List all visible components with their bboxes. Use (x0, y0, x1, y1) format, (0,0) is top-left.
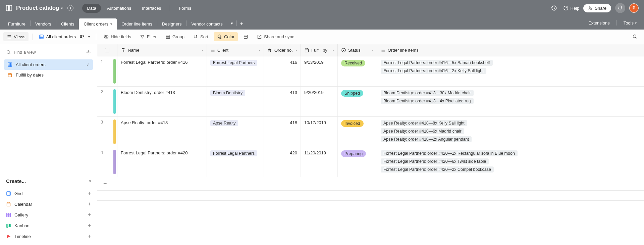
line-items-cell[interactable]: Apse Realty: order #418—8x Kelly Sall li… (377, 117, 644, 147)
table-tab[interactable]: Designers (157, 18, 186, 30)
client-chip[interactable]: Forrest Legal Partners (210, 150, 257, 156)
create-view-item[interactable]: Grid+ (4, 188, 93, 199)
table-tab[interactable]: Furniture (3, 18, 30, 30)
row-index-cell[interactable]: 1 (97, 56, 117, 86)
header-order-line-items[interactable]: Order line items (377, 44, 644, 56)
client-cell[interactable]: Apse Realty (207, 117, 264, 147)
notifications-button[interactable] (615, 3, 625, 13)
header-client[interactable]: Client▾ (207, 44, 264, 56)
share-sync-button[interactable]: Share and sync (254, 32, 298, 41)
header-order-no[interactable]: Order no.▾ (264, 44, 301, 56)
row-index-cell[interactable]: 3 (97, 117, 117, 147)
history-icon[interactable] (549, 3, 559, 13)
order-no-cell[interactable]: 416 (264, 56, 301, 86)
table-row[interactable]: 4Forrest Legal Partners: order #420Forre… (97, 147, 644, 177)
fulfill-by-cell[interactable]: 9/13/2019 (301, 56, 338, 86)
name-cell[interactable]: Forrest Legal Partners: order #420 (117, 147, 207, 177)
header-status[interactable]: Status▾ (338, 44, 377, 56)
tab-interfaces[interactable]: Interfaces (137, 4, 166, 13)
table-tab[interactable]: Vendors (31, 18, 56, 30)
group-button[interactable]: Group (162, 32, 188, 41)
client-cell[interactable]: Bloom Dentistry (207, 87, 264, 116)
line-items-cell[interactable]: Forrest Legal Partners: order #416—5x Sa… (377, 56, 644, 86)
row-index-cell[interactable]: 2 (97, 87, 117, 116)
extensions-button[interactable]: Extensions (585, 18, 613, 28)
hide-fields-button[interactable]: Hide fields (100, 32, 135, 41)
create-view-item[interactable]: Calendar+ (4, 199, 93, 209)
status-cell[interactable]: Invoiced (338, 117, 377, 147)
table-row[interactable]: 3Apse Realty: order #418Apse Realty41810… (97, 117, 644, 147)
table-tab[interactable]: Clients (56, 18, 79, 30)
order-no-cell[interactable]: 420 (264, 147, 301, 177)
line-item-chip[interactable]: Forrest Legal Partners: order #420—1x Re… (381, 150, 518, 156)
tools-button[interactable]: Tools ▾ (620, 18, 640, 28)
name-cell[interactable]: Apse Realty: order #418 (117, 117, 207, 147)
chevron-down-icon[interactable]: ▾ (202, 48, 203, 52)
create-view-item[interactable]: Kanban+ (4, 220, 93, 231)
line-items-cell[interactable]: Forrest Legal Partners: order #420—1x Re… (377, 147, 644, 177)
order-no-cell[interactable]: 413 (264, 87, 301, 116)
share-button[interactable]: Share (583, 4, 611, 12)
search-button[interactable] (629, 32, 641, 42)
row-index-cell[interactable]: 4 (97, 147, 117, 177)
sort-button[interactable]: Sort (190, 32, 212, 41)
client-chip[interactable]: Apse Realty (210, 120, 238, 126)
status-cell[interactable]: Received (338, 56, 377, 86)
fulfill-by-cell[interactable]: 10/17/2019 (301, 117, 338, 147)
table-row[interactable]: 1Forrest Legal Partners: order #416Forre… (97, 56, 644, 87)
help-button[interactable]: Help (563, 5, 580, 11)
client-chip[interactable]: Bloom Dentistry (210, 90, 245, 96)
name-cell[interactable]: Forrest Legal Partners: order #416 (117, 56, 207, 86)
client-chip[interactable]: Forrest Legal Partners (210, 60, 257, 66)
sidebar-view-item[interactable]: Fulfill by dates (4, 70, 93, 80)
line-item-chip[interactable]: Apse Realty: order #418—2x Angular penda… (381, 136, 472, 142)
more-tables-button[interactable]: ▾ (227, 19, 236, 27)
fulfill-by-cell[interactable]: 11/20/2019 (301, 147, 338, 177)
line-item-chip[interactable]: Forrest Legal Partners: order #420—6x Tw… (381, 158, 489, 164)
header-checkbox-cell[interactable] (97, 44, 117, 56)
create-header[interactable]: Create... ▾ (4, 177, 93, 188)
sidebar-view-item[interactable]: All client orders✓ (4, 59, 93, 70)
create-view-item[interactable]: Gallery+ (4, 209, 93, 220)
status-cell[interactable]: Preparing (338, 147, 377, 177)
tab-forms[interactable]: Forms (174, 4, 196, 13)
line-item-chip[interactable]: Bloom Dentistry: order #413—4x Pixellate… (381, 98, 474, 104)
color-button[interactable]: Color (214, 32, 238, 41)
order-no-cell[interactable]: 418 (264, 117, 301, 147)
line-item-chip[interactable]: Apse Realty: order #418—6x Madrid chair (381, 128, 464, 134)
views-sidebar-toggle[interactable]: Views (3, 32, 29, 41)
current-view-switcher[interactable]: All client orders ▾ (37, 33, 92, 41)
info-icon[interactable]: i (67, 5, 73, 11)
fulfill-by-cell[interactable]: 9/20/2019 (301, 87, 338, 116)
add-table-button[interactable]: + (237, 19, 247, 28)
find-view-input[interactable] (14, 50, 83, 55)
line-items-cell[interactable]: Bloom Dentistry: order #413—30x Madrid c… (377, 87, 644, 116)
client-cell[interactable]: Forrest Legal Partners (207, 56, 264, 86)
line-item-chip[interactable]: Apse Realty: order #418—8x Kelly Sall li… (381, 120, 467, 126)
status-cell[interactable]: Shipped (338, 87, 377, 116)
header-fulfill-by[interactable]: Fulfill by▾ (301, 44, 338, 56)
table-tab[interactable]: Order line items (117, 18, 157, 30)
create-view-item[interactable]: Timeline+ (4, 231, 93, 242)
chevron-down-icon[interactable]: ▾ (332, 48, 334, 52)
line-item-chip[interactable]: Bloom Dentistry: order #413—30x Madrid c… (381, 90, 474, 96)
gear-icon[interactable] (86, 50, 91, 55)
line-item-chip[interactable]: Forrest Legal Partners: order #416—2x Ke… (381, 68, 486, 74)
row-height-button[interactable] (240, 32, 252, 41)
name-cell[interactable]: Bloom Dentistry: order #413 (117, 87, 207, 116)
header-name[interactable]: Name▾ (117, 44, 207, 56)
table-row[interactable]: 2Bloom Dentistry: order #413Bloom Dentis… (97, 87, 644, 117)
tab-automations[interactable]: Automations (102, 4, 136, 13)
table-tab[interactable]: Vendor contacts (186, 18, 227, 30)
select-all-checkbox[interactable] (105, 48, 109, 52)
table-tab[interactable]: Client orders▾ (79, 18, 117, 30)
filter-button[interactable]: Filter (137, 32, 160, 41)
chevron-down-icon[interactable]: ▾ (259, 48, 260, 52)
line-item-chip[interactable]: Forrest Legal Partners: order #416—5x Sa… (381, 60, 493, 66)
base-title[interactable]: Product catalog ▾ (16, 5, 63, 11)
chevron-down-icon[interactable]: ▾ (372, 48, 374, 52)
add-row-button[interactable]: + (97, 177, 644, 191)
line-item-chip[interactable]: Forrest Legal Partners: order #420—2x Co… (381, 166, 494, 173)
client-cell[interactable]: Forrest Legal Partners (207, 147, 264, 177)
tab-data[interactable]: Data (82, 4, 101, 13)
